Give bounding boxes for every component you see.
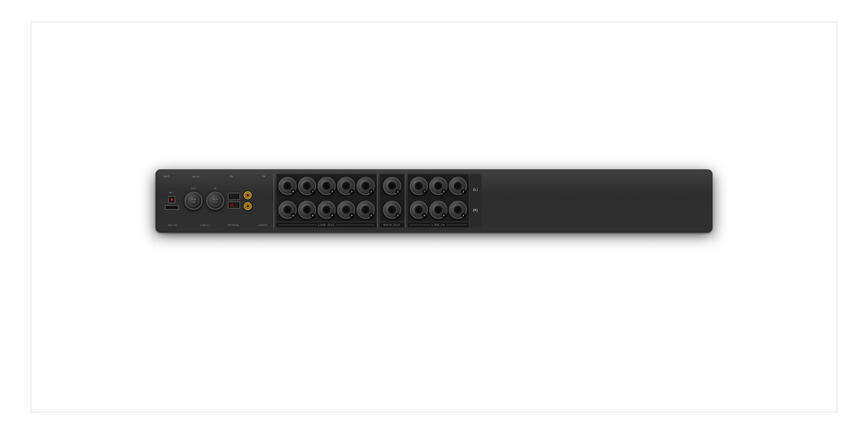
usbc-label: USB C: [200, 224, 209, 226]
left-label: (L): [473, 188, 478, 191]
line-in-label: LINE IN: [431, 223, 445, 226]
power-button[interactable]: [168, 196, 175, 203]
line-out-port-9: 9: [278, 177, 297, 195]
optical-in-port: [228, 201, 240, 209]
midi-out-connector: OUT: [184, 192, 203, 210]
right-label: (R): [473, 208, 478, 212]
device-body: OUT MIDI IN IN: [156, 169, 712, 233]
spdif-block: [244, 191, 252, 210]
power-usb-block: [163, 192, 181, 210]
main-out-bottom-row: 2: [380, 198, 405, 222]
line-in-label-bar: LINE IN: [408, 222, 469, 227]
midi-in-label: IN: [214, 187, 217, 190]
line-out-port-6: 6: [318, 201, 336, 219]
spdif-in-connector: [244, 191, 252, 199]
midi-out-label: OUT: [191, 187, 196, 190]
left-controls-section: OUT MIDI IN IN: [159, 172, 271, 229]
main-out-label-bar: MAIN OUT: [380, 222, 405, 227]
reflection: [156, 233, 712, 265]
line-out-bottom-row: 10 8 6 4 2: [276, 198, 377, 222]
midi-in-top-label: IN: [230, 175, 233, 178]
line-out-port-10: 10: [278, 201, 297, 219]
line-out-label-bar: LINE OUT: [276, 222, 377, 227]
line-out-port-2: 2: [357, 201, 375, 219]
midi-out-top-label: OUT: [163, 175, 170, 178]
line-out-port-5: 5: [318, 177, 336, 195]
spdif-out-connector: [244, 202, 252, 210]
line-out-port-8: 8: [298, 201, 316, 219]
midi-center-label: MIDI: [193, 175, 201, 178]
line-in-port-4: 4: [449, 201, 467, 219]
midi-out-xlr: [184, 192, 203, 210]
line-in-port-5: 5: [429, 177, 447, 195]
spdif-in-top-label: IN: [262, 175, 265, 178]
line-out-section: 9 7 5 3 1: [276, 174, 378, 227]
line-in-port-7: 7: [410, 177, 428, 195]
line-in-top-row: 7 5 3: [408, 174, 469, 198]
device-wrapper: OUT MIDI IN IN: [156, 169, 712, 265]
midi-in-connector: IN: [206, 192, 224, 210]
main-out-label: MAIN OUT: [383, 223, 401, 226]
optical-out-port: [228, 193, 240, 200]
line-out-port-3: 3: [337, 177, 355, 195]
page-border: OUT MIDI IN IN: [31, 22, 837, 412]
spdif-label: S/PDIF: [258, 224, 268, 226]
power-label: 15V DC: [163, 224, 182, 226]
line-in-port-6: 6: [429, 201, 447, 219]
line-out-top-row: 9 7 5 3 1: [276, 174, 377, 198]
main-out-port-2: 2: [383, 201, 401, 219]
line-out-port-7: 7: [298, 177, 316, 195]
line-out-label: LINE OUT: [318, 223, 335, 226]
main-out-section: 1 2 MAIN OUT: [380, 174, 405, 227]
line-out-port-1: 1: [357, 177, 375, 195]
line-out-port-4: 4: [337, 201, 355, 219]
midi-in-xlr: [206, 192, 224, 210]
optical-label: OPTICAL: [227, 224, 239, 226]
line-in-bottom-row: 8 6 4: [408, 198, 469, 222]
optical-spdif-block: [228, 193, 240, 209]
main-out-top-row: 1: [380, 174, 405, 198]
line-in-port-3: 3: [449, 177, 467, 195]
line-in-port-8: 8: [410, 201, 428, 219]
main-out-port-1: 1: [383, 177, 401, 195]
line-in-section: 7 5 3: [408, 174, 482, 227]
lr-label-block: (L) (R): [469, 174, 482, 227]
usbc-port[interactable]: [165, 205, 179, 210]
